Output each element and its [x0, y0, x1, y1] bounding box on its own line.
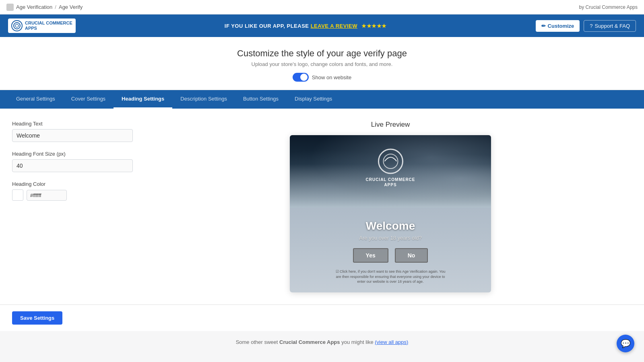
review-text: IF YOU LIKE OUR APP, PLEASE [225, 23, 309, 29]
toggle-label: Show on website [312, 74, 351, 80]
chat-button[interactable]: 💬 [617, 335, 634, 352]
breadcrumb: Age Verification / Age Verify [6, 4, 83, 11]
app-icon [6, 4, 14, 11]
preview-description: Are you over 18 years old? [359, 235, 421, 241]
settings-panel: Heading Text Heading Font Size (px) Head… [12, 121, 149, 292]
view-all-apps-link[interactable]: (view all apps) [375, 339, 408, 345]
heading-font-size-label: Heading Font Size (px) [12, 151, 133, 157]
footer-actions: Save Settings [0, 304, 644, 331]
customize-icon: ✏ [541, 23, 546, 29]
banner-message: IF YOU LIKE OUR APP, PLEASE LEAVE A REVI… [225, 23, 387, 29]
color-hex-input[interactable] [27, 190, 67, 201]
customize-label: Customize [548, 23, 574, 29]
svg-point-3 [383, 154, 398, 169]
breadcrumb-separator: / [55, 4, 56, 10]
breadcrumb-part2: Age Verify [59, 4, 83, 10]
heading-color-group: Heading Color [12, 181, 133, 201]
tab-cover[interactable]: Cover Settings [63, 90, 114, 109]
site-footer: Some other sweet Crucial Commerce Apps y… [0, 331, 644, 353]
color-row [12, 189, 133, 201]
page-header: Customize the style of your age verify p… [0, 37, 644, 90]
preview-title: Live Preview [149, 121, 632, 129]
heading-font-size-group: Heading Font Size (px) [12, 151, 133, 172]
tab-button[interactable]: Button Settings [235, 90, 287, 109]
preview-logo: CRUCIAL COMMERCE APPS [365, 147, 415, 187]
logo-area: CRUCIAL COMMERCE APPS [8, 19, 76, 33]
preview-disclaimer: ☑ Click here, if you don't want to see t… [334, 269, 447, 284]
svg-point-0 [14, 23, 20, 29]
support-icon: ? [590, 23, 592, 29]
save-settings-button[interactable]: Save Settings [12, 311, 62, 325]
tab-heading[interactable]: Heading Settings [114, 90, 172, 109]
footer-suffix: you might like [341, 339, 373, 345]
color-swatch[interactable] [12, 189, 23, 201]
review-link[interactable]: LEAVE A REVIEW [311, 23, 357, 29]
preview-card: CRUCIAL COMMERCE APPS Welcome Are you ov… [290, 135, 491, 292]
preview-yes-button[interactable]: Yes [353, 248, 388, 263]
support-button[interactable]: ? Support & FAQ [584, 20, 636, 32]
preview-logo-area: CRUCIAL COMMERCE APPS [365, 147, 415, 187]
heading-font-size-input[interactable] [12, 159, 133, 172]
nav-tabs: General Settings Cover Settings Heading … [0, 90, 644, 109]
svg-point-2 [378, 149, 402, 173]
logo-box: CRUCIAL COMMERCE APPS [8, 19, 76, 33]
preview-bottom: Welcome Are you over 18 years old? Yes N… [290, 208, 491, 292]
preview-heading: Welcome [366, 220, 415, 232]
heading-color-label: Heading Color [12, 181, 133, 187]
tab-general[interactable]: General Settings [8, 90, 63, 109]
footer-brand: Crucial Commerce Apps [279, 339, 340, 345]
toggle-row: Show on website [8, 73, 636, 82]
page-subtitle: Upload your store's logo, change colors … [8, 61, 636, 67]
preview-welcome: Welcome Are you over 18 years old? Yes N… [298, 220, 483, 284]
breadcrumb-part1: Age Verification [16, 4, 52, 10]
preview-brand-name: CRUCIAL COMMERCE APPS [365, 177, 415, 187]
customize-button[interactable]: ✏ Customize [536, 20, 580, 32]
logo-ring-icon [376, 147, 405, 175]
tab-display[interactable]: Display Settings [287, 90, 340, 109]
attribution: by Crucial Commerce Apps [579, 4, 638, 10]
app-banner: CRUCIAL COMMERCE APPS IF YOU LIKE OUR AP… [0, 14, 644, 37]
logo-text: CRUCIAL COMMERCE APPS [25, 21, 72, 31]
preview-panel: Live Preview CRU [149, 121, 632, 292]
browser-topbar: Age Verification / Age Verify by Crucial… [0, 0, 644, 14]
preview-no-button[interactable]: No [395, 248, 428, 263]
heading-text-label: Heading Text [12, 121, 133, 127]
logo-circle [11, 20, 23, 31]
heading-text-group: Heading Text [12, 121, 133, 142]
star-rating: ★★★★★ [361, 23, 387, 29]
support-label: Support & FAQ [595, 23, 630, 29]
tab-description[interactable]: Description Settings [172, 90, 235, 109]
show-on-website-toggle[interactable] [293, 73, 309, 82]
heading-text-input[interactable] [12, 129, 133, 142]
banner-actions: ✏ Customize ? Support & FAQ [536, 20, 636, 32]
preview-buttons: Yes No [353, 248, 428, 263]
footer-text: Some other sweet [236, 339, 278, 345]
svg-point-1 [15, 24, 19, 27]
main-content: Heading Text Heading Font Size (px) Head… [0, 109, 644, 304]
preview-top: CRUCIAL COMMERCE APPS [290, 135, 491, 208]
chat-icon: 💬 [621, 339, 631, 348]
page-title: Customize the style of your age verify p… [8, 48, 636, 59]
